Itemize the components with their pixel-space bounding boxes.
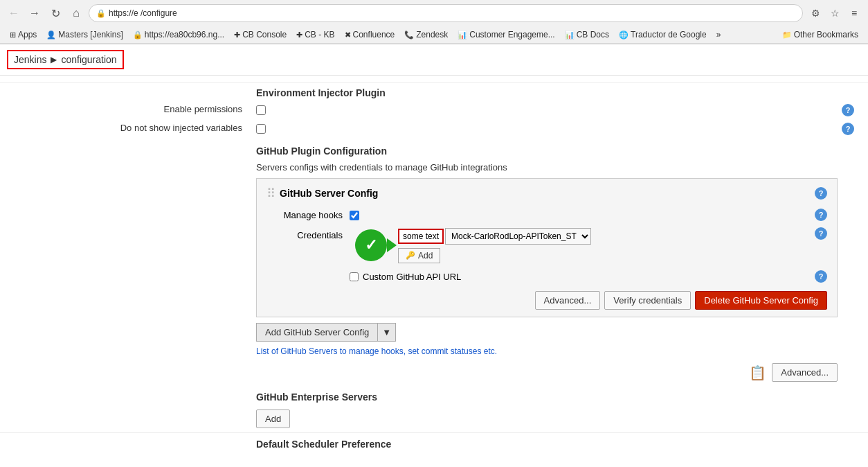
- plugin-advanced-button[interactable]: Advanced...: [772, 363, 838, 382]
- plus-icon-2: ✚: [296, 30, 302, 39]
- main-content: Environment Injector Plugin Enable permi…: [0, 76, 868, 459]
- github-plugin-desc-row: Servers configs with credentials to mana…: [0, 159, 868, 175]
- home-button[interactable]: ⌂: [68, 5, 84, 21]
- key-icon: 🔑: [406, 251, 415, 260]
- custom-api-row: Custom GitHub API URL ?: [266, 267, 827, 285]
- more-label: »: [716, 30, 721, 39]
- enable-permissions-label: Enable permissions: [164, 104, 256, 114]
- person-icon: 👤: [46, 30, 56, 39]
- bookmark-cb-console[interactable]: ✚ CB Console: [230, 28, 291, 41]
- bookmark-traductor[interactable]: 🌐 Traductor de Google: [615, 28, 711, 41]
- some-text-label: some text: [398, 229, 444, 244]
- bookmark-other[interactable]: 📁 Other Bookmarks: [778, 28, 862, 41]
- github-enterprise-add-row: Add: [0, 407, 868, 432]
- refresh-button[interactable]: ↻: [47, 5, 64, 21]
- chart-icon: 📊: [458, 30, 467, 39]
- lock-icon: 🔒: [96, 9, 106, 18]
- bookmark-masters-label: Masters [Jenkins]: [58, 30, 123, 39]
- browser-toolbar-right: ⚙ ☆ ≡: [807, 5, 862, 21]
- github-enterprise-section: GitHub Enterprise Servers Add: [0, 385, 868, 432]
- github-enterprise-title: GitHub Enterprise Servers: [0, 385, 868, 407]
- do-not-show-row: Do not show injected variables ?: [0, 120, 868, 139]
- env-injector-title: Environment Injector Plugin: [0, 82, 868, 101]
- server-config-title-row: ⠿ GitHub Server Config ?: [266, 186, 827, 201]
- do-not-show-checkbox[interactable]: [256, 124, 266, 134]
- bookmark-cb-docs-label: CB Docs: [577, 30, 609, 39]
- forward-button[interactable]: →: [26, 5, 43, 21]
- add-server-config-dropdown[interactable]: ▼: [377, 323, 396, 342]
- github-plugin-section: GitHub Plugin Configuration Servers conf…: [0, 139, 868, 385]
- bookmark-ea80[interactable]: 🔒 https://ea80cb96.ng...: [129, 28, 228, 41]
- globe-icon: 🌐: [619, 30, 629, 39]
- bookmark-zendesk-label: Zendesk: [416, 30, 448, 39]
- star-button[interactable]: ☆: [826, 5, 843, 21]
- advanced-button[interactable]: Advanced...: [535, 291, 601, 310]
- default-scheduler-title: Default Scheduler Preference: [0, 432, 868, 452]
- browser-toolbar: ← → ↻ ⌂ 🔒 https://e /configure ⚙ ☆ ≡: [0, 0, 868, 26]
- credential-select[interactable]: Mock-CarloRodLop-APIToken_ST: [445, 228, 591, 245]
- github-enterprise-add-button[interactable]: Add: [256, 409, 290, 428]
- bookmark-other-label: Other Bookmarks: [794, 30, 858, 39]
- check-arrow-icon: [387, 238, 397, 252]
- breadcrumb-jenkins[interactable]: Jenkins: [14, 54, 46, 65]
- phone-icon: 📞: [404, 30, 414, 39]
- bookmarks-bar: ⊞ Apps 👤 Masters [Jenkins] 🔒 https://ea8…: [0, 26, 868, 44]
- delete-github-server-button[interactable]: Delete GitHub Server Config: [695, 291, 827, 310]
- bookmark-apps[interactable]: ⊞ Apps: [6, 28, 41, 41]
- server-config-buttons: Advanced... Verify credentials Delete Gi…: [266, 291, 827, 310]
- do-not-show-help-icon[interactable]: ?: [842, 123, 854, 135]
- manage-hooks-value: [350, 209, 815, 220]
- server-config-title-help[interactable]: ?: [815, 187, 827, 200]
- add-credential-button[interactable]: 🔑 Add: [398, 248, 440, 263]
- bookmark-confluence[interactable]: ✖ Confluence: [341, 28, 399, 41]
- enable-permissions-help: ?: [838, 104, 854, 116]
- bookmark-customer[interactable]: 📊 Customer Engageme...: [453, 28, 559, 41]
- credential-select-group: some text Mock-CarloRodLop-APIToken_ST 🔑…: [398, 228, 591, 263]
- do-not-show-help: ?: [838, 123, 854, 135]
- back-button[interactable]: ←: [6, 5, 22, 21]
- folder-icon: 📁: [782, 30, 792, 39]
- add-btn-label: Add: [418, 251, 433, 261]
- enable-permissions-help-icon[interactable]: ?: [842, 104, 854, 116]
- browser-chrome: ← → ↻ ⌂ 🔒 https://e /configure ⚙ ☆ ≡ ⊞ A…: [0, 0, 868, 44]
- do-not-show-label: Do not show injected variables: [120, 123, 256, 133]
- github-servers-link[interactable]: List of GitHub Servers to manage hooks, …: [256, 346, 497, 356]
- manage-hooks-checkbox[interactable]: [350, 211, 359, 220]
- credentials-help[interactable]: ?: [815, 227, 827, 240]
- check-mark-icon: ✓: [365, 238, 377, 253]
- drag-handle-icon[interactable]: ⠿: [266, 186, 275, 201]
- custom-api-help[interactable]: ?: [815, 270, 827, 283]
- bookmark-masters[interactable]: 👤 Masters [Jenkins]: [42, 28, 127, 41]
- add-github-server-config-button[interactable]: Add GitHub Server Config: [256, 323, 377, 342]
- extensions-button[interactable]: ⚙: [807, 5, 824, 21]
- bookmark-zendesk[interactable]: 📞 Zendesk: [400, 28, 452, 41]
- credentials-value: ✓ some text Mock-CarloRodLop-APIToken_ST: [350, 227, 815, 263]
- env-injector-section: Environment Injector Plugin Enable permi…: [0, 82, 868, 139]
- enable-permissions-checkbox[interactable]: [256, 105, 266, 115]
- bookmark-cb-docs[interactable]: 📊 CB Docs: [561, 28, 613, 41]
- github-plugin-desc-text: Servers configs with credentials to mana…: [256, 162, 838, 173]
- verify-credentials-button[interactable]: Verify credentials: [604, 291, 691, 310]
- bookmark-confluence-label: Confluence: [353, 30, 395, 39]
- notepad-icon[interactable]: 📋: [749, 364, 766, 381]
- manage-hooks-label: Manage hooks: [266, 210, 350, 220]
- bookmark-cb-kb[interactable]: ✚ CB - KB: [292, 28, 338, 41]
- do-not-show-label-area: Do not show injected variables: [14, 123, 256, 133]
- github-plugin-title: GitHub Plugin Configuration: [0, 139, 868, 159]
- server-config-title-left: ⠿ GitHub Server Config: [266, 186, 378, 201]
- bookmark-cb-console-label: CB Console: [242, 30, 287, 39]
- github-server-config-box: ⠿ GitHub Server Config ? Manage hooks ?: [256, 178, 838, 317]
- bookmark-more[interactable]: »: [712, 28, 725, 41]
- manage-hooks-row: Manage hooks ?: [266, 206, 827, 223]
- lock-icon-2: 🔒: [133, 30, 143, 39]
- check-circle: ✓: [355, 229, 387, 261]
- check-icon-container: ✓: [350, 227, 392, 263]
- plus-icon: ✚: [234, 30, 240, 39]
- manage-hooks-help[interactable]: ?: [815, 209, 827, 221]
- default-scheduler-section: Default Scheduler Preference: [0, 432, 868, 452]
- menu-button[interactable]: ≡: [846, 5, 862, 21]
- custom-api-checkbox[interactable]: [350, 272, 359, 281]
- address-bar[interactable]: 🔒 https://e /configure: [89, 4, 803, 22]
- add-btn-row: 🔑 Add: [398, 248, 591, 263]
- confluence-icon: ✖: [345, 30, 351, 39]
